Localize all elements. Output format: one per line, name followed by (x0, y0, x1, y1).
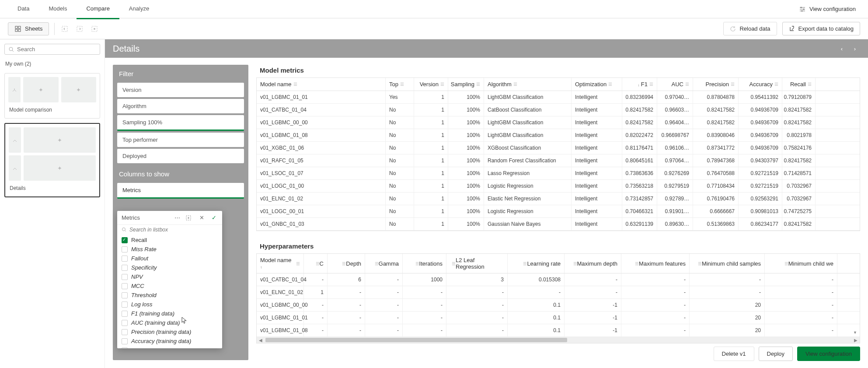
column-menu-icon[interactable]: ☰ (342, 261, 346, 266)
metrics-option[interactable]: Recall (117, 235, 222, 245)
selection-clear-icon[interactable] (90, 24, 99, 34)
table-row[interactable]: v01_ELNC_01_02No1100%Elastic Net Regress… (257, 193, 860, 205)
sheets-button[interactable]: Sheets (8, 22, 49, 35)
tab-analyze[interactable]: Analyze (119, 0, 159, 19)
filter-item[interactable]: Version (117, 83, 244, 97)
filter-item[interactable]: Sampling 100% (117, 115, 244, 131)
metrics-option[interactable]: Specificity (117, 263, 222, 272)
dropdown-indicator-icon[interactable]: ▼ (853, 330, 859, 336)
tab-data[interactable]: Data (8, 0, 39, 19)
more-icon[interactable]: ⋯ (173, 214, 181, 221)
search-input[interactable] (17, 46, 96, 53)
column-header[interactable]: Version☰ (414, 78, 448, 91)
sheet-thumb-model-comparison[interactable]: ✦ ✦ Model comparison (4, 73, 100, 119)
metrics-option[interactable]: Threshold (117, 291, 222, 300)
table-row[interactable]: v01_GNBC_01_03No1100%Gaussian Naive Baye… (257, 218, 860, 231)
filter-item[interactable]: Top performer (117, 133, 244, 147)
column-menu-icon[interactable]: ☰ (608, 82, 612, 87)
column-menu-icon[interactable]: ☰ (375, 261, 379, 266)
metrics-search-input[interactable] (129, 227, 218, 233)
metrics-search-wrapper[interactable] (117, 224, 222, 235)
column-header[interactable]: ☰Gamma (365, 254, 403, 273)
filter-item[interactable]: Deployed (117, 149, 244, 163)
table-row[interactable]: v01_LGBMC_01_01-----0.1-1-20- (257, 312, 860, 324)
selection-back-icon[interactable] (60, 24, 70, 34)
table-row[interactable]: v01_CATBC_01_04No1100%CatBoost Classific… (257, 104, 860, 116)
column-header[interactable]: AUC☰ (657, 78, 693, 91)
column-menu-icon[interactable]: ☰ (296, 261, 300, 266)
prev-sheet-button[interactable]: ‹ (837, 46, 847, 52)
metrics-option[interactable]: MCC (117, 281, 222, 291)
column-header[interactable]: ☰Minimum child we (765, 254, 837, 273)
column-menu-icon[interactable]: ☰ (573, 261, 577, 266)
metrics-option[interactable]: Precision (training data) (117, 327, 222, 336)
close-icon[interactable]: ✕ (198, 214, 206, 221)
sheet-thumb-details[interactable]: ✦ ✦ Details (4, 123, 100, 197)
column-header[interactable]: Model name☰ (257, 78, 386, 91)
column-menu-icon[interactable]: ☰ (774, 82, 778, 87)
metrics-option[interactable]: F1 (training data) (117, 309, 222, 318)
metrics-option[interactable]: Accuracy (training data) (117, 336, 222, 346)
metrics-filter-item[interactable]: Metrics (117, 183, 244, 199)
column-header[interactable]: ☰Maximum features (621, 254, 690, 273)
view-configuration-button[interactable]: View configuration (797, 347, 860, 361)
column-header[interactable]: Optimization☰ (572, 78, 622, 91)
column-menu-icon[interactable]: ☰ (685, 82, 689, 87)
metrics-option[interactable]: Recall (training data) (117, 346, 222, 348)
metrics-option[interactable]: Miss Rate (117, 245, 222, 254)
column-header[interactable]: ☰Depth (328, 254, 365, 273)
column-menu-icon[interactable]: ☰ (649, 82, 653, 87)
select-all-icon[interactable] (185, 215, 193, 221)
search-input-wrapper[interactable] (4, 44, 100, 55)
column-header[interactable]: ☰Minimum child samples (690, 254, 765, 273)
column-menu-icon[interactable]: ☰ (452, 261, 456, 266)
column-menu-icon[interactable]: ☰ (316, 261, 320, 266)
column-header[interactable]: Precision☰ (693, 78, 739, 91)
table-row[interactable]: v01_LGBMC_00_00No1100%LightGBM Classific… (257, 116, 860, 129)
column-header[interactable]: ☰Iterations (403, 254, 446, 273)
tab-models[interactable]: Models (39, 0, 77, 19)
column-header[interactable]: ☰Learning rate (508, 254, 565, 273)
metrics-option[interactable]: AUC (training data) (117, 318, 222, 327)
metrics-option[interactable]: Fallout (117, 254, 222, 263)
scrollbar-thumb[interactable] (265, 338, 567, 342)
column-header[interactable]: Algorithm☰ (484, 78, 572, 91)
view-configuration-link[interactable]: View configuration (795, 3, 860, 15)
selection-forward-icon[interactable] (75, 24, 84, 34)
table-row[interactable]: v01_LOGC_00_01No1100%Logistic Regression… (257, 205, 860, 218)
column-header[interactable]: ↓F1☰ (622, 78, 657, 91)
column-menu-icon[interactable]: ☰ (635, 261, 639, 266)
filter-item[interactable]: Algorithm (117, 99, 244, 113)
deploy-button[interactable]: Deploy (759, 347, 793, 361)
column-header[interactable]: Accuracy☰ (739, 78, 782, 91)
column-header[interactable]: Recall☰ (782, 78, 816, 91)
column-menu-icon[interactable]: ☰ (293, 82, 297, 87)
tab-compare[interactable]: Compare (77, 0, 119, 19)
column-menu-icon[interactable]: ☰ (698, 261, 702, 266)
column-menu-icon[interactable]: ☰ (808, 82, 812, 87)
export-data-button[interactable]: Export data to catalog (782, 22, 860, 35)
next-sheet-button[interactable]: › (850, 46, 860, 52)
column-header[interactable]: Sampling☰ (448, 78, 484, 91)
column-menu-icon[interactable]: ☰ (440, 82, 444, 87)
column-menu-icon[interactable]: ☰ (784, 261, 788, 266)
table-row[interactable]: v01_XGBC_01_06No1100%XGBoost Classificat… (257, 142, 860, 154)
column-header[interactable]: ☰L2 Leaf Regression (446, 254, 508, 273)
column-menu-icon[interactable]: ☰ (476, 82, 480, 87)
table-row[interactable]: v01_ELNC_01_021--------- (257, 286, 860, 299)
table-row[interactable]: v01_LSOC_01_07No1100%Lasso RegressionInt… (257, 167, 860, 180)
table-row[interactable]: v01_RAFC_01_05No1100%Random Forest Class… (257, 154, 860, 167)
column-header[interactable]: Top☰ (386, 78, 414, 91)
confirm-icon[interactable]: ✓ (210, 214, 218, 221)
scroll-right-icon[interactable]: ▶ (852, 338, 860, 343)
column-menu-icon[interactable]: ☰ (523, 261, 527, 266)
column-header[interactable]: ☰C (304, 254, 328, 273)
horizontal-scrollbar[interactable]: ◀ ▶ (257, 337, 860, 343)
table-row[interactable]: v01_LGBMC_00_00-----0.1-1-20- (257, 299, 860, 312)
column-header[interactable]: ☰Maximum depth (565, 254, 621, 273)
column-menu-icon[interactable]: ☰ (731, 82, 735, 87)
metrics-option[interactable]: NPV (117, 272, 222, 281)
column-menu-icon[interactable]: ☰ (415, 261, 419, 266)
column-menu-icon[interactable]: ☰ (513, 82, 517, 87)
table-row[interactable]: v01_LGBMC_01_08No1100%LightGBM Classific… (257, 129, 860, 142)
